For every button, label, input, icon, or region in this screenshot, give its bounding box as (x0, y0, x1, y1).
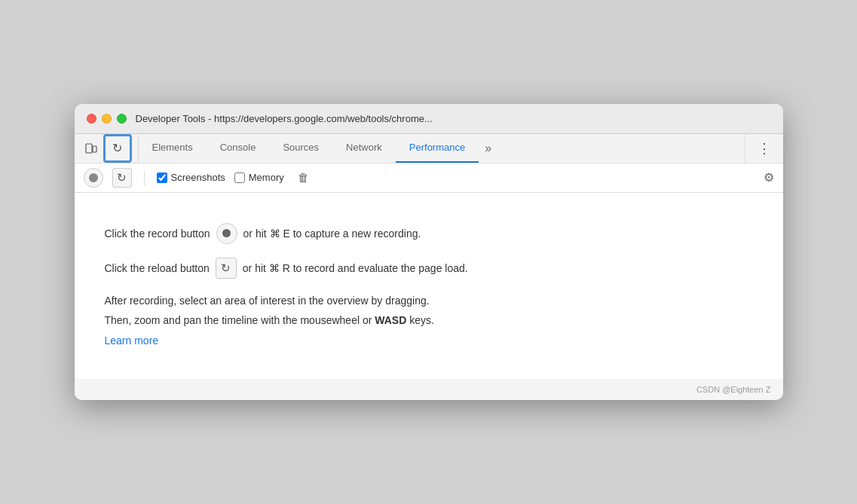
perf-content: Click the record button or hit ⌘ E to ca… (75, 193, 783, 379)
toolbar-right: ⋮ (745, 134, 783, 163)
kebab-menu-button[interactable]: ⋮ (754, 137, 774, 160)
screenshots-label: Screenshots (171, 172, 225, 183)
memory-label: Memory (249, 172, 284, 183)
main-toolbar: ↻ Elements Console Sources Network Perfo… (75, 134, 783, 163)
tab-performance[interactable]: Performance (396, 134, 479, 163)
instruction-line-1: Click the record button or hit ⌘ E to ca… (105, 223, 753, 244)
perf-toolbar: ↻ Screenshots Memory 🗑 ⚙ (75, 163, 783, 193)
line1-post: or hit ⌘ E to capture a new recording. (243, 225, 421, 242)
settings-button[interactable]: ⚙ (764, 170, 774, 185)
record-dot-sm-icon (222, 229, 231, 237)
tip-line-2-pre: Then, zoom and pan the timeline with the… (105, 314, 375, 326)
record-button[interactable] (84, 168, 103, 188)
reload-icon-highlight: ↻ (103, 134, 132, 163)
tab-network[interactable]: Network (332, 134, 396, 163)
close-button[interactable] (87, 114, 96, 124)
traffic-lights (87, 114, 127, 124)
screenshots-checkbox[interactable] (157, 173, 167, 183)
tip-line-2: Then, zoom and pan the timeline with the… (105, 312, 753, 328)
memory-checkbox[interactable] (234, 173, 245, 183)
screenshots-checkbox-label[interactable]: Screenshots (157, 172, 225, 183)
toolbar-icon-group: ↻ (75, 134, 139, 163)
svg-rect-1 (93, 146, 96, 152)
tab-console[interactable]: Console (207, 134, 270, 163)
devtools-window: Developer Tools - https://developers.goo… (75, 104, 783, 400)
window-title: Developer Tools - https://developers.goo… (136, 113, 771, 124)
record-dot-icon (89, 173, 98, 182)
reload-inline-icon: ↻ (216, 258, 237, 279)
watermark: CSDN @Eighteen Z (75, 379, 783, 400)
fullscreen-button[interactable] (117, 114, 127, 124)
devtools-body: ↻ Elements Console Sources Network Perfo… (75, 134, 783, 379)
line1-pre: Click the record button (105, 225, 210, 242)
tip-section: After recording, select an area of inter… (105, 292, 753, 349)
line2-pre: Click the reload button (105, 260, 210, 276)
device-toolbar-icon[interactable] (81, 138, 102, 159)
svg-rect-0 (86, 144, 92, 153)
instruction-line-2: Click the reload button ↻ or hit ⌘ R to … (105, 258, 753, 279)
tip-line-2-end: keys. (406, 314, 434, 326)
record-inline-icon (216, 223, 237, 244)
line2-post: or hit ⌘ R to record and evaluate the pa… (243, 260, 468, 276)
memory-checkbox-label[interactable]: Memory (234, 172, 284, 183)
tip-line-1: After recording, select an area of inter… (105, 292, 753, 309)
minimize-button[interactable] (102, 114, 112, 124)
toolbar-separator (144, 170, 145, 185)
more-tabs-button[interactable]: » (479, 134, 497, 163)
clear-button[interactable]: 🗑 (293, 170, 314, 185)
reload-record-button[interactable]: ↻ (112, 168, 132, 188)
tab-elements[interactable]: Elements (139, 134, 207, 163)
tab-sources[interactable]: Sources (269, 134, 332, 163)
tabs-container: Elements Console Sources Network Perform… (139, 134, 745, 163)
titlebar: Developer Tools - https://developers.goo… (75, 104, 783, 134)
learn-more-link[interactable]: Learn more (105, 334, 159, 347)
tip-wasd: WASD (375, 314, 406, 326)
perf-toolbar-right: ⚙ (764, 170, 774, 185)
reload-page-icon[interactable]: ↻ (107, 138, 128, 159)
